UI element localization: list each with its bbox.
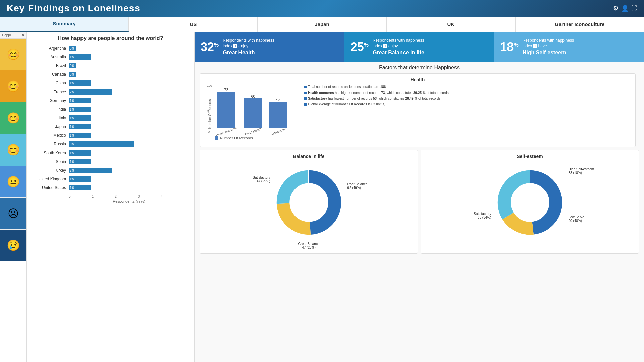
country-label: Canada: [32, 72, 69, 77]
tab-uk[interactable]: UK: [387, 17, 516, 32]
selfesteem-chart-section: Self-esteem High Self-esteem33 (18%): [421, 150, 639, 254]
bar-wrapper: 1%: [69, 80, 189, 86]
bar-wrapper: 1%: [69, 133, 189, 138]
bar-wrapper: 1%: [69, 98, 189, 103]
note-4: Global Average of Number Of Records is 6…: [304, 101, 630, 107]
bar-great-health-fill: [244, 98, 262, 128]
country-label: Spain: [32, 159, 69, 164]
factors-section: Factors that determine Happiness Health …: [195, 62, 644, 362]
country-label: Mexico: [32, 133, 69, 138]
bar-row: Canada0%: [32, 71, 189, 78]
country-label: France: [32, 89, 69, 94]
bar-chart-title: How happy are people around the world?: [32, 35, 189, 41]
bar-fill: 1%: [69, 124, 91, 129]
bar-fill: 1%: [69, 159, 91, 164]
bar-fill: 1%: [69, 133, 91, 138]
bar-fill: 1%: [69, 150, 91, 156]
bar-fill: 2%: [69, 168, 112, 173]
user-icon[interactable]: 👤: [621, 5, 629, 12]
country-label: Argentina: [32, 46, 69, 51]
bar-health-concerns-fill: [217, 92, 235, 128]
right-panel: 32% Respondents with happiness index 1 e…: [195, 32, 644, 362]
note-3: Satisfactory has lowest number of record…: [304, 96, 630, 101]
stat-pct-selfesteem: 18%: [500, 41, 518, 53]
sidebar-item-1[interactable]: 😊: [0, 39, 26, 70]
bar-row: Russia3%: [32, 140, 189, 148]
balance-chart-section: Balance in life Satisfactory47 (25%): [200, 150, 418, 254]
stat-desc-selfesteem: Respondents with happiness index 1 have …: [523, 38, 574, 56]
stat-pct-balance: 25%: [351, 41, 369, 53]
bar-wrapper: 2%: [69, 89, 189, 95]
health-chart: Health Number Of Records 100 50 0: [200, 73, 636, 147]
country-label: United States: [32, 185, 69, 190]
bar-satisfactory: 53 Satisfactory: [269, 98, 287, 133]
legend-text: Number Of Records: [220, 136, 253, 140]
sidebar-label: Happi...: [2, 33, 13, 37]
selfesteem-satisfactory-label: Satisfactory63 (34%): [458, 212, 491, 219]
bar-row: Spain1%: [32, 158, 189, 165]
country-label: Australia: [32, 55, 69, 59]
country-label: Russia: [32, 142, 69, 146]
health-bars-area: Number Of Records 100 50 0 73 Health co: [205, 84, 299, 143]
settings-icon[interactable]: ⚙: [613, 5, 619, 12]
stat-pct-health: 32%: [201, 41, 219, 53]
x-axis-label: Respondents (in %): [69, 199, 189, 203]
bottom-charts: Balance in life Satisfactory47 (25%): [200, 150, 639, 254]
stat-desc-balance: Respondents with happiness index 1 enjoy…: [373, 38, 424, 56]
sidebar-header: Happi... ✕: [0, 32, 26, 39]
sidebar-item-2[interactable]: 😊: [0, 70, 26, 102]
sidebar-close-icon[interactable]: ✕: [22, 33, 24, 37]
bar-fill: 1%: [69, 115, 91, 121]
country-label: United Kingdom: [32, 177, 69, 181]
balance-chart-title: Balance in life: [203, 154, 414, 159]
health-legend: Number Of Records: [205, 136, 299, 140]
balance-satisfactory-label: Satisfactory47 (25%): [240, 176, 270, 183]
health-bars: 100 50 0 73 Health concerns: [205, 84, 299, 134]
bar-row: United Kingdom1%: [32, 175, 189, 183]
sidebar-item-6[interactable]: ☹: [0, 198, 26, 230]
balance-donut-wrapper: Satisfactory47 (25%) Poor Balance92 (49%…: [272, 166, 346, 239]
country-label: Italy: [32, 116, 69, 120]
bar-wrapper: 1%: [69, 115, 189, 121]
sidebar-item-4[interactable]: 😊: [0, 134, 26, 166]
health-chart-title: Health: [205, 77, 630, 82]
bar-wrapper: 0%: [69, 72, 189, 77]
selfesteem-donut-wrapper: High Self-esteem33 (18%) Low Self-e...90…: [493, 166, 567, 239]
country-label: Germany: [32, 98, 69, 103]
left-panel: How happy are people around the world? A…: [27, 32, 195, 362]
bar-fill: 0%: [69, 46, 76, 51]
stat-card-selfesteem: 18% Respondents with happiness index 1 h…: [494, 32, 644, 62]
bar-fill: 1%: [69, 54, 91, 60]
country-label: China: [32, 81, 69, 85]
tab-summary[interactable]: Summary: [0, 17, 129, 32]
bar-row: Brazil0%: [32, 62, 189, 69]
bar-satisfactory-fill: [269, 102, 287, 128]
selfesteem-donut-svg: [493, 166, 567, 239]
bar-row: Australia1%: [32, 53, 189, 61]
stats-cards: 32% Respondents with happiness index 1 e…: [195, 32, 644, 62]
bar-row: Japan1%: [32, 123, 189, 130]
bar-row: Mexico1%: [32, 132, 189, 139]
selfesteem-chart-title: Self-esteem: [424, 154, 635, 159]
page-title: Key Findings on Loneliness: [7, 3, 140, 14]
sidebar-item-3[interactable]: 😊: [0, 102, 26, 134]
tab-gartner[interactable]: Gartner Iconoculture: [516, 17, 644, 32]
expand-icon[interactable]: ⛶: [631, 5, 637, 12]
bar-fill: 0%: [69, 63, 76, 68]
bar-wrapper: 0%: [69, 63, 189, 68]
y-100: 100: [207, 84, 212, 87]
tab-us[interactable]: US: [129, 17, 258, 32]
bar-fill: 1%: [69, 80, 91, 86]
sidebar-item-7[interactable]: 😢: [0, 230, 26, 261]
bar-great-health-label: Great Health: [245, 127, 262, 136]
bar-groups: 73 Health concerns 60 Great Health: [215, 84, 287, 134]
bar-wrapper: 1%: [69, 185, 189, 190]
sidebar-item-5[interactable]: 😐: [0, 166, 26, 198]
bar-chart: Argentina0%Australia1%Brazil0%Canada0%Ch…: [32, 45, 189, 198]
bar-wrapper: 1%: [69, 159, 189, 164]
health-row: Health Number Of Records 100 50 0: [200, 73, 639, 147]
selfesteem-low-label: Low Self-e...90 (48%): [569, 215, 609, 223]
bar-wrapper: 1%: [69, 176, 189, 182]
y-0: 0: [208, 131, 210, 134]
tab-japan[interactable]: Japan: [258, 17, 386, 32]
